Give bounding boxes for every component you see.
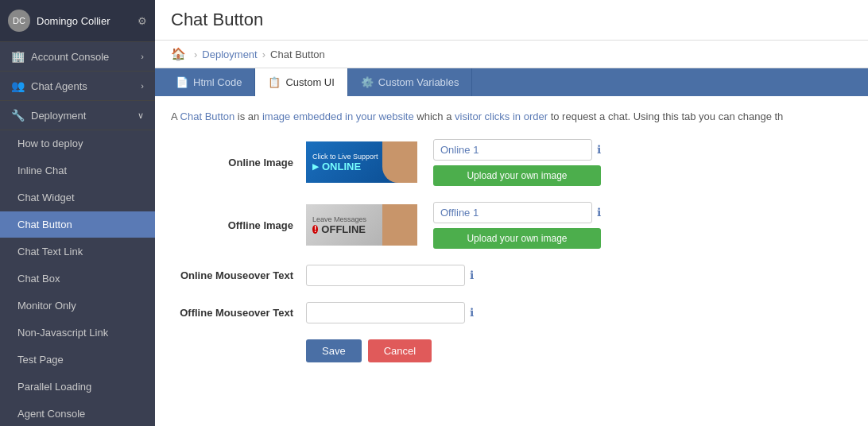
offline-img-text2: ! OFFLINE <box>312 223 366 235</box>
online-img-text1: Click to Live Support <box>312 153 378 161</box>
offline-image-label: Offline Image <box>171 219 306 231</box>
tab-custom-variables[interactable]: ⚙️ Custom Variables <box>348 68 473 96</box>
online-icon: ▶ <box>312 162 319 171</box>
sidebar-item-label: Chat Agents <box>31 80 87 92</box>
chevron-down-icon: ∨ <box>138 110 144 121</box>
sub-item-label: Test Page <box>17 354 64 366</box>
online-img-text2: ▶ ONLINE <box>312 161 361 172</box>
sidebar-item-non-javascript-link[interactable]: Non-Javascript Link <box>0 320 155 347</box>
online-label: ONLINE <box>322 161 361 172</box>
sidebar-user: DC Domingo Collier ⚙ <box>0 0 155 42</box>
sidebar-item-monitor-only[interactable]: Monitor Only <box>0 292 155 320</box>
offline-image-controls: ℹ Upload your own image <box>433 202 601 249</box>
online-mouseover-row: Online Mouseover Text ℹ <box>171 265 852 286</box>
sub-item-label: Non-Javascript Link <box>17 327 108 339</box>
page-title: Chat Button <box>171 10 852 30</box>
description-text: A Chat Button is an image embedded in yo… <box>171 109 852 125</box>
sub-item-label: Monitor Only <box>17 300 76 312</box>
sub-item-label: How to deploy <box>17 137 83 149</box>
sidebar-item-chat-box[interactable]: Chat Box <box>0 265 155 292</box>
sidebar-item-agent-console[interactable]: Agent Console <box>0 401 155 426</box>
breadcrumb-deployment[interactable]: Deployment <box>202 48 257 60</box>
sub-item-label: Agent Console <box>17 408 85 420</box>
sidebar-item-chat-button[interactable]: Chat Button <box>0 211 155 238</box>
info-icon-offline-mouseover[interactable]: ℹ <box>470 306 474 319</box>
cancel-button[interactable]: Cancel <box>368 339 432 362</box>
tab-bar: 📄 Html Code 📋 Custom UI ⚙️ Custom Variab… <box>155 68 868 96</box>
offline-img-face <box>382 204 417 246</box>
sidebar-item-how-to-deploy[interactable]: How to deploy <box>0 130 155 157</box>
offline-img-text1: Leave Messages <box>312 215 366 223</box>
online-image-input[interactable] <box>433 139 592 161</box>
offline-image-row: Offline Image Leave Messages ! OFFLINE ℹ… <box>171 202 852 249</box>
offline-mouseover-row: Offline Mouseover Text ℹ <box>171 302 852 323</box>
highlight-text3: visitor clicks in order <box>455 110 548 122</box>
gear-icon[interactable]: ⚙ <box>138 15 147 27</box>
html-code-icon: 📄 <box>176 76 188 88</box>
sidebar-item-label: Account Console <box>31 51 109 63</box>
separator: › <box>262 48 265 60</box>
building-icon: 🏢 <box>11 50 25 63</box>
sidebar: DC Domingo Collier ⚙ 🏢 Account Console ›… <box>0 0 155 426</box>
online-input-row: ℹ <box>433 139 601 161</box>
action-buttons-row: Save Cancel <box>171 339 852 362</box>
upload-online-image-button[interactable]: Upload your own image <box>433 165 601 186</box>
info-icon-online[interactable]: ℹ <box>597 143 601 156</box>
sub-item-label: Chat Widget <box>17 192 75 203</box>
tab-label: Html Code <box>193 76 242 88</box>
offline-input-row: ℹ <box>433 202 601 223</box>
online-mouseover-input[interactable] <box>306 265 465 286</box>
highlight-text2: image embedded in your website <box>262 110 414 122</box>
offline-mouseover-label: Offline Mouseover Text <box>171 307 306 319</box>
main-content: Chat Button 🏠 › Deployment › Chat Button… <box>155 0 868 426</box>
sub-item-label: Chat Box <box>17 273 60 285</box>
custom-ui-icon: 📋 <box>268 76 281 88</box>
deployment-submenu: How to deploy Inline Chat Chat Widget Ch… <box>0 130 155 426</box>
chevron-right-icon: › <box>141 81 144 91</box>
separator: › <box>194 48 197 60</box>
username: Domingo Collier <box>37 15 110 27</box>
info-icon-offline[interactable]: ℹ <box>597 206 601 219</box>
offline-label: OFFLINE <box>321 223 366 235</box>
deployment-icon: 🔧 <box>11 109 25 122</box>
breadcrumb-chat-button: Chat Button <box>270 48 325 60</box>
offline-image-input[interactable] <box>433 202 592 223</box>
upload-offline-image-button[interactable]: Upload your own image <box>433 228 601 249</box>
sub-item-label: Chat Text Link <box>17 246 83 258</box>
online-img-face <box>382 141 417 183</box>
content-area: A Chat Button is an image embedded in yo… <box>155 96 868 426</box>
online-image-row: Online Image Click to Live Support ▶ ONL… <box>171 139 852 186</box>
sidebar-item-deployment[interactable]: 🔧 Deployment ∨ <box>0 101 155 130</box>
sidebar-item-inline-chat[interactable]: Inline Chat <box>0 157 155 184</box>
home-icon[interactable]: 🏠 <box>171 47 186 61</box>
sidebar-item-chat-widget[interactable]: Chat Widget <box>0 184 155 211</box>
sidebar-item-label: Deployment <box>31 110 86 122</box>
info-icon-online-mouseover[interactable]: ℹ <box>470 269 474 281</box>
sub-item-label: Parallel Loading <box>17 381 91 393</box>
sidebar-item-test-page[interactable]: Test Page <box>0 347 155 374</box>
breadcrumb: 🏠 › Deployment › Chat Button <box>155 41 868 68</box>
save-button[interactable]: Save <box>306 339 362 362</box>
tab-html-code[interactable]: 📄 Html Code <box>163 68 255 96</box>
avatar: DC <box>8 10 30 32</box>
sidebar-item-chat-text-link[interactable]: Chat Text Link <box>0 238 155 265</box>
custom-variables-icon: ⚙️ <box>361 76 374 88</box>
agents-icon: 👥 <box>11 79 25 92</box>
tab-label: Custom Variables <box>378 76 459 88</box>
online-mouseover-label: Online Mouseover Text <box>171 269 306 281</box>
sub-item-label: Inline Chat <box>17 165 67 176</box>
offline-image-preview: Leave Messages ! OFFLINE <box>306 204 417 246</box>
tab-custom-ui[interactable]: 📋 Custom UI <box>255 68 347 96</box>
sidebar-item-account-console[interactable]: 🏢 Account Console › <box>0 42 155 72</box>
offline-icon: ! <box>312 225 318 234</box>
highlight-text: Chat Button <box>180 110 235 122</box>
online-image-label: Online Image <box>171 157 306 168</box>
online-image-controls: ℹ Upload your own image <box>433 139 601 186</box>
online-image-preview: Click to Live Support ▶ ONLINE <box>306 141 417 183</box>
sidebar-item-chat-agents[interactable]: 👥 Chat Agents › <box>0 72 155 101</box>
chevron-right-icon: › <box>141 52 144 61</box>
offline-mouseover-input[interactable] <box>306 302 465 323</box>
page-header: Chat Button <box>155 0 868 41</box>
sub-item-label: Chat Button <box>17 219 72 230</box>
sidebar-item-parallel-loading[interactable]: Parallel Loading <box>0 374 155 401</box>
